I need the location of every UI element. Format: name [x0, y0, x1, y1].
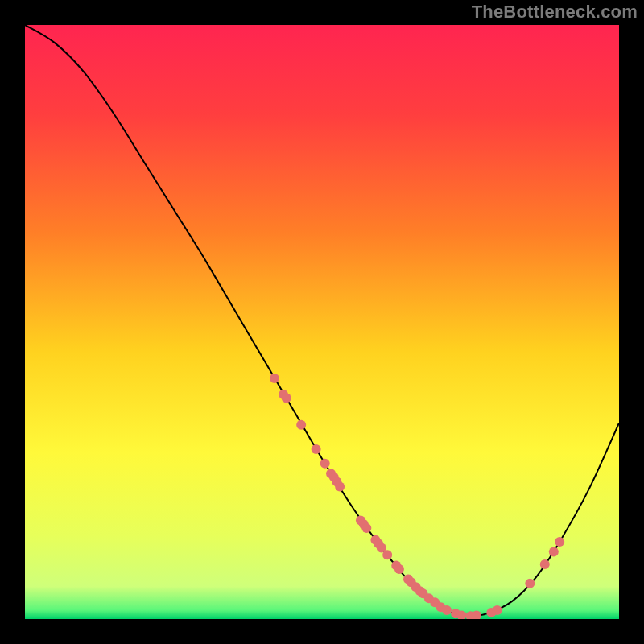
data-point [525, 579, 535, 588]
data-point [442, 605, 452, 615]
data-point [555, 537, 564, 547]
watermark-text: TheBottleneck.com [472, 2, 638, 23]
data-point [270, 374, 279, 383]
data-point [361, 523, 371, 533]
data-point [296, 420, 306, 430]
data-point [549, 547, 559, 557]
data-point [540, 559, 550, 569]
data-point [394, 564, 404, 574]
data-point [282, 393, 291, 402]
data-point [382, 550, 392, 559]
data-point [320, 459, 330, 469]
data-point [493, 605, 502, 615]
data-point [312, 444, 321, 454]
bottleneck-plot [25, 25, 619, 619]
data-point [335, 481, 345, 491]
chart-frame: TheBottleneck.com [0, 0, 644, 644]
